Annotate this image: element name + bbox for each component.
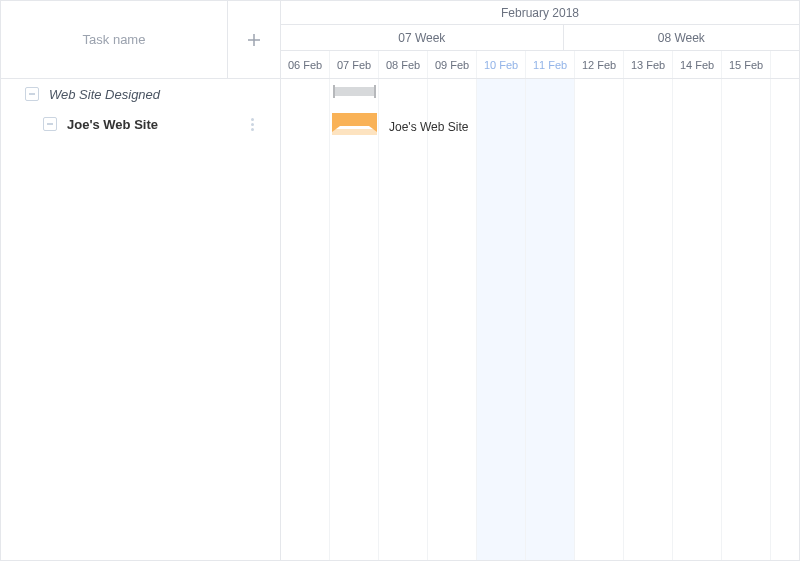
grid-column [281, 79, 330, 560]
timeline-header: February 2018 07 Week08 Week 06 Feb07 Fe… [281, 1, 799, 79]
week-cell: 07 Week [281, 25, 564, 50]
gantt-app: Task name Web Site Designed Joe's Web Si… [0, 0, 800, 561]
day-cell: 09 Feb [428, 51, 477, 78]
day-cell: 15 Feb [722, 51, 771, 78]
kebab-icon[interactable] [244, 118, 260, 131]
gantt-bars: Joe's Web Site [281, 79, 799, 139]
day-cell: 14 Feb [673, 51, 722, 78]
grid-column [330, 79, 379, 560]
day-cell: 08 Feb [379, 51, 428, 78]
summary-bar[interactable] [333, 87, 376, 96]
day-cell: 12 Feb [575, 51, 624, 78]
grid-column [526, 79, 575, 560]
grid-column [722, 79, 771, 560]
month-row: February 2018 [281, 1, 799, 25]
task-row-parent[interactable]: Web Site Designed [1, 79, 280, 109]
grid-columns [281, 79, 799, 560]
week-row: 07 Week08 Week [281, 25, 799, 51]
grid-column [771, 79, 799, 560]
grid-column [673, 79, 722, 560]
bar-row-summary [281, 79, 799, 109]
day-cell: 10 Feb [477, 51, 526, 78]
day-cell: 13 Feb [624, 51, 673, 78]
task-name-column-header: Task name [1, 1, 228, 78]
day-cell: 07 Feb [330, 51, 379, 78]
task-list-panel: Task name Web Site Designed Joe's Web Si… [1, 1, 281, 560]
month-label: February 2018 [501, 6, 579, 20]
task-name-label: Task name [83, 32, 146, 47]
task-rows: Web Site Designed Joe's Web Site [1, 79, 280, 560]
timeline-body[interactable]: Joe's Web Site [281, 79, 799, 560]
bar-row-task: Joe's Web Site [281, 109, 799, 139]
task-bar-main [332, 113, 377, 126]
task-row-child[interactable]: Joe's Web Site [1, 109, 280, 139]
grid-column [428, 79, 477, 560]
day-row: 06 Feb07 Feb08 Feb09 Feb10 Feb11 Feb12 F… [281, 51, 799, 79]
task-label: Joe's Web Site [67, 117, 244, 132]
add-column-cell [228, 1, 280, 78]
day-cell: 06 Feb [281, 51, 330, 78]
day-cell [771, 51, 799, 78]
task-bar[interactable]: Joe's Web Site [332, 113, 377, 135]
grid-column [477, 79, 526, 560]
grid-column [575, 79, 624, 560]
task-label: Web Site Designed [49, 87, 260, 102]
grid-column [379, 79, 428, 560]
timeline-panel: February 2018 07 Week08 Week 06 Feb07 Fe… [281, 1, 799, 560]
day-cell: 11 Feb [526, 51, 575, 78]
plus-icon[interactable] [246, 32, 262, 48]
task-bar-label: Joe's Web Site [389, 120, 468, 134]
collapse-icon[interactable] [43, 117, 57, 131]
grid-column [624, 79, 673, 560]
task-list-header: Task name [1, 1, 280, 79]
collapse-icon[interactable] [25, 87, 39, 101]
week-cell: 08 Week [564, 25, 799, 50]
